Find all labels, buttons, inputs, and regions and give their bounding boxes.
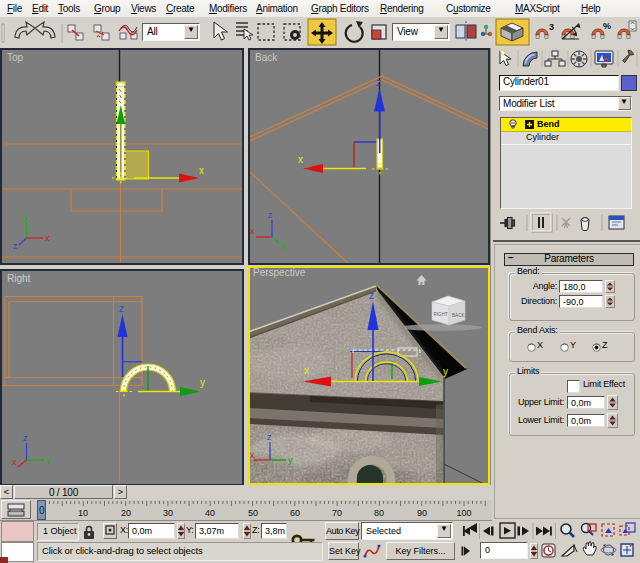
svg-text:BACK: BACK xyxy=(452,313,465,318)
svg-text:%: % xyxy=(603,21,611,31)
svg-text:x: x xyxy=(250,450,255,460)
svg-text:y: y xyxy=(443,366,448,377)
svg-text:z: z xyxy=(23,433,28,443)
svg-text:y: y xyxy=(23,212,28,222)
svg-text:x: x xyxy=(199,165,204,176)
svg-text:90: 90 xyxy=(417,508,427,518)
svg-text:y: y xyxy=(46,455,51,465)
svg-text:50: 50 xyxy=(248,508,258,518)
svg-text:x: x xyxy=(12,457,17,467)
svg-text:z: z xyxy=(268,210,273,220)
svg-text:30: 30 xyxy=(163,508,173,518)
svg-text:3: 3 xyxy=(549,22,554,32)
svg-text:RIGHT: RIGHT xyxy=(434,312,448,317)
svg-text:x: x xyxy=(45,233,50,243)
svg-text:80: 80 xyxy=(374,508,384,518)
svg-text:x: x xyxy=(250,226,255,236)
svg-text:z: z xyxy=(13,241,18,251)
svg-text:20: 20 xyxy=(121,508,131,518)
svg-text:10: 10 xyxy=(78,508,88,518)
svg-text:70: 70 xyxy=(332,508,342,518)
svg-text:y: y xyxy=(288,455,293,465)
svg-text:y: y xyxy=(281,240,286,250)
svg-text:z: z xyxy=(376,77,381,88)
svg-text:z: z xyxy=(369,290,374,301)
svg-text:z: z xyxy=(119,303,124,314)
svg-text:z: z xyxy=(267,432,272,442)
svg-text:60: 60 xyxy=(290,508,300,518)
svg-text:40: 40 xyxy=(205,508,215,518)
svg-text:y: y xyxy=(200,377,205,388)
svg-text:x: x xyxy=(298,154,303,165)
svg-text:x: x xyxy=(304,365,309,376)
svg-text:100: 100 xyxy=(456,508,471,518)
